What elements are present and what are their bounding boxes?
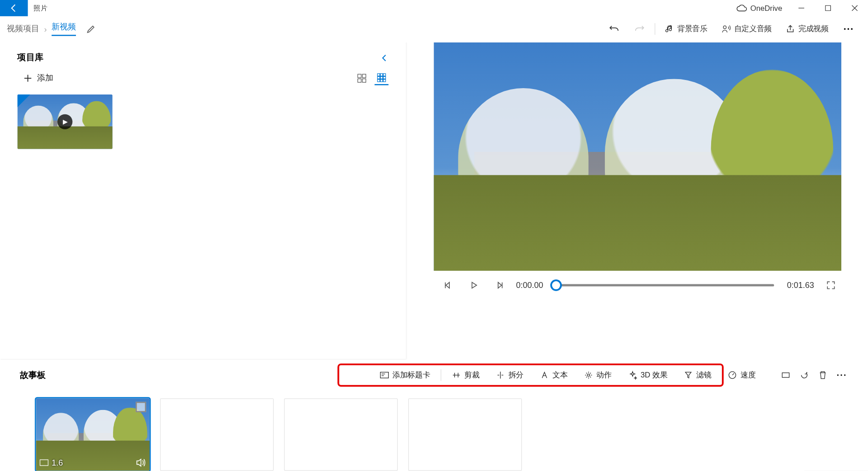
library-item[interactable]: ▶ bbox=[17, 94, 112, 149]
more-button[interactable] bbox=[835, 16, 861, 42]
filter-button[interactable]: 滤镜 bbox=[675, 365, 719, 385]
svg-rect-5 bbox=[358, 74, 361, 78]
storyboard-empty-slot[interactable] bbox=[284, 398, 397, 471]
bg-music-button[interactable]: 背景音乐 bbox=[657, 16, 714, 42]
sparkle-icon bbox=[628, 371, 637, 380]
breadcrumb-current[interactable]: 新视频 bbox=[52, 22, 76, 36]
time-current: 0:00.00 bbox=[516, 281, 543, 290]
duration-icon bbox=[39, 459, 49, 466]
undo-icon bbox=[609, 24, 619, 34]
split-icon bbox=[495, 371, 505, 380]
text-button[interactable]: 文本 bbox=[532, 365, 576, 385]
fullscreen-button[interactable] bbox=[822, 277, 840, 294]
clip-duration-button[interactable]: 1.6 bbox=[39, 458, 63, 467]
seek-slider[interactable] bbox=[556, 284, 774, 286]
collapse-library-button[interactable] bbox=[380, 54, 388, 62]
prev-frame-button[interactable] bbox=[439, 277, 457, 294]
add-media-button[interactable]: 添加 bbox=[23, 73, 53, 84]
play-icon bbox=[470, 281, 478, 289]
back-button[interactable] bbox=[0, 0, 28, 16]
storyboard-section: 故事板 添加标题卡 剪裁 拆分 文本 bbox=[0, 359, 868, 471]
close-icon bbox=[852, 5, 858, 11]
preview-pane: 0:00.00 0:01.63 bbox=[406, 42, 868, 359]
svg-point-1 bbox=[723, 26, 726, 28]
chevron-right-icon: › bbox=[44, 24, 47, 34]
ellipsis-icon bbox=[844, 28, 853, 30]
close-button[interactable] bbox=[841, 0, 868, 16]
speed-icon bbox=[728, 371, 737, 380]
preview-frame-image bbox=[434, 42, 841, 271]
pencil-icon bbox=[86, 24, 96, 34]
filter-icon bbox=[684, 371, 693, 380]
seek-knob[interactable] bbox=[550, 279, 562, 291]
view-small-button[interactable] bbox=[375, 71, 389, 85]
play-button[interactable] bbox=[465, 277, 482, 294]
title-bar: 照片 OneDrive bbox=[0, 0, 868, 16]
custom-audio-label: 自定义音频 bbox=[734, 24, 772, 34]
maximize-icon bbox=[825, 5, 831, 11]
step-forward-icon bbox=[495, 281, 503, 289]
rotate-icon bbox=[800, 371, 809, 380]
storyboard-toolbar: 故事板 添加标题卡 剪裁 拆分 文本 bbox=[20, 363, 851, 386]
divider bbox=[440, 369, 441, 381]
person-audio-icon bbox=[722, 24, 731, 34]
storyboard-clips: 1.6 bbox=[20, 386, 851, 471]
storyboard-more-button[interactable] bbox=[832, 365, 851, 385]
app-window: 照片 OneDrive 视频项目 › 新视频 bbox=[0, 0, 868, 471]
grid-2x2-icon bbox=[357, 74, 367, 83]
library-pane: 项目库 添加 bbox=[0, 42, 406, 359]
add-title-card-button[interactable]: 添加标题卡 bbox=[372, 365, 438, 385]
undo-button[interactable] bbox=[601, 16, 627, 42]
custom-audio-button[interactable]: 自定义音频 bbox=[714, 16, 778, 42]
svg-point-2 bbox=[844, 28, 846, 30]
video-preview[interactable] bbox=[434, 42, 841, 271]
trim-icon bbox=[452, 371, 461, 380]
aspect-icon bbox=[781, 371, 791, 380]
ellipsis-icon bbox=[837, 374, 846, 376]
step-back-icon bbox=[444, 281, 452, 289]
speed-button[interactable]: 速度 bbox=[720, 365, 764, 385]
volume-icon bbox=[136, 458, 146, 467]
minimize-button[interactable] bbox=[788, 0, 815, 16]
clip-audio-button[interactable] bbox=[136, 458, 146, 467]
split-button[interactable]: 拆分 bbox=[487, 365, 531, 385]
cloud-icon bbox=[736, 5, 747, 11]
rotate-button[interactable] bbox=[795, 365, 813, 385]
svg-point-3 bbox=[848, 28, 849, 30]
3d-effects-button[interactable]: 3D 效果 bbox=[620, 365, 675, 385]
svg-rect-16 bbox=[40, 460, 48, 466]
onedrive-label: OneDrive bbox=[750, 4, 782, 12]
arrow-left-icon bbox=[9, 4, 19, 13]
add-label: 添加 bbox=[37, 73, 53, 84]
minimize-icon bbox=[798, 5, 804, 11]
delete-button[interactable] bbox=[813, 365, 832, 385]
chevron-left-icon bbox=[380, 54, 388, 62]
rename-button[interactable] bbox=[86, 24, 96, 34]
view-large-button[interactable] bbox=[355, 71, 369, 85]
music-icon bbox=[665, 24, 674, 34]
maximize-button[interactable] bbox=[815, 0, 841, 16]
motion-button[interactable]: 动作 bbox=[576, 365, 619, 385]
svg-rect-0 bbox=[826, 5, 831, 11]
svg-point-14 bbox=[840, 374, 842, 376]
divider bbox=[655, 23, 655, 35]
storyboard-clip[interactable]: 1.6 bbox=[36, 398, 150, 471]
header-toolbar: 视频项目 › 新视频 背景音乐 自定义音频 完成视频 bbox=[0, 16, 868, 42]
trim-button[interactable]: 剪裁 bbox=[443, 365, 487, 385]
used-indicator-icon bbox=[17, 94, 30, 107]
redo-icon bbox=[634, 24, 645, 34]
title-card-icon bbox=[380, 371, 389, 380]
finish-video-button[interactable]: 完成视频 bbox=[779, 16, 836, 42]
text-icon bbox=[540, 371, 549, 380]
grid-3x3-icon bbox=[377, 73, 387, 83]
aspect-ratio-button[interactable] bbox=[776, 365, 795, 385]
clip-select-checkbox[interactable] bbox=[136, 402, 146, 412]
next-frame-button[interactable] bbox=[491, 277, 508, 294]
redo-button[interactable] bbox=[627, 16, 652, 42]
bg-music-label: 背景音乐 bbox=[677, 24, 708, 34]
storyboard-empty-slot[interactable] bbox=[408, 398, 522, 471]
breadcrumb-root[interactable]: 视频项目 bbox=[7, 24, 39, 34]
storyboard-empty-slot[interactable] bbox=[160, 398, 274, 471]
svg-point-4 bbox=[851, 28, 853, 30]
onedrive-button[interactable]: OneDrive bbox=[731, 4, 788, 12]
